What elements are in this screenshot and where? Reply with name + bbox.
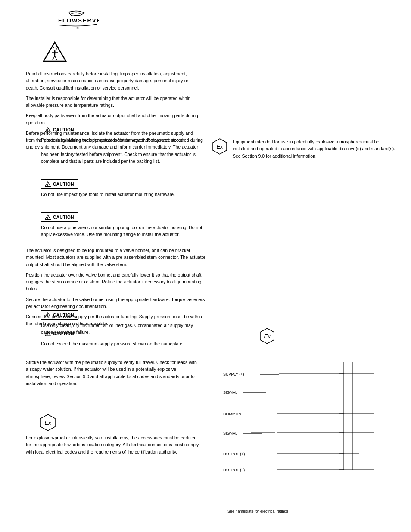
intro-text-1: Read all instructions carefully before i… [26,70,198,91]
caution-badge-3: ! CAUTION [41,212,78,222]
svg-text:!: ! [47,216,49,219]
logo-area: FLOWSERVE ® [56,9,99,30]
svg-text:OUTPUT (+): OUTPUT (+) [223,452,245,456]
install-text-1: The actuator is designed to be top-mount… [26,247,207,268]
caution-badge-2: ! CAUTION [41,179,78,189]
ex-hexagon-svg-bottom-left: Ex [39,414,57,432]
caution-5-block: ! CAUTION Do not exceed the maximum supp… [41,329,205,347]
svg-text:!: ! [47,333,49,336]
caution-label-5: CAUTION [53,331,74,336]
caution-1-text: Prior to installation check the actuator… [41,137,205,165]
svg-text:————: ———— [258,468,273,472]
caution-2-block: ! CAUTION Do not use impact-type tools t… [41,179,205,198]
bottom-section-text: Stroke the actuator with the pneumatic s… [26,359,198,387]
caution-triangle-icon-2: ! [45,181,51,187]
large-warning-icon: ! [43,41,67,63]
svg-text:COMMON: COMMON [223,412,241,416]
svg-text:SIGNAL: SIGNAL [223,431,237,436]
bottom-ex-symbol-left: Ex [39,414,57,432]
caution-triangle-icon-4: ! [45,312,51,318]
svg-text:————: ———— [258,452,273,456]
svg-text:!: ! [47,183,49,186]
caution-label-2: CAUTION [53,182,74,187]
caution-5-text: Do not exceed the maximum supply pressur… [41,340,205,347]
svg-text:!: ! [47,314,49,317]
caution-label-1: CAUTION [53,128,74,132]
svg-text:Ex: Ex [216,143,223,150]
wiring-diagram-svg: + SUPPLY (+) ————— SIGNAL —————— COMMON … [210,353,404,521]
caution-label-3: CAUTION [53,215,74,220]
bottom-ex-text-content: For explosion-proof or intrinsically saf… [26,434,202,455]
intro-text-3: Keep all body parts away from the actuat… [26,112,198,126]
svg-text:—————: ————— [243,431,262,436]
bottom-text-block: Stroke the actuator with the pneumatic s… [26,358,198,387]
svg-text:Ex: Ex [264,333,271,339]
svg-text:Ex: Ex [44,420,51,426]
ex-symbol-right-top: Ex [258,327,276,345]
caution-badge-4: ! CAUTION [41,310,78,320]
wiring-diagram: + SUPPLY (+) ————— SIGNAL —————— COMMON … [210,353,404,521]
caution-badge-5: ! CAUTION [41,329,78,338]
bottom-ex-text-left: For explosion-proof or intrinsically saf… [26,433,202,455]
svg-text:See nameplate for electrical r: See nameplate for electrical ratings [227,509,289,513]
intro-text-2: The installer is responsible for determi… [26,95,198,109]
caution-label-4: CAUTION [53,313,74,317]
page: FLOWSERVE ® ! Read all instructions care… [0,0,411,532]
caution-3-text: Do not use a pipe wrench or similar grip… [41,224,205,238]
caution-badge-1: ! CAUTION [41,125,78,134]
caution-1-block: ! CAUTION Prior to installation check th… [41,125,205,165]
svg-text:SIGNAL: SIGNAL [223,390,237,395]
svg-text:FLOWSERVE: FLOWSERVE [58,17,99,24]
flowserve-logo: FLOWSERVE ® [56,9,99,30]
caution-3-block: ! CAUTION Do not use a pipe wrench or si… [41,212,205,238]
warning-triangle-svg: ! [43,41,67,62]
ex-hexagon-svg-right-top: Ex [258,327,276,345]
flowserve-logo-svg: FLOWSERVE ® [56,9,99,30]
svg-text:SUPPLY (+): SUPPLY (+) [223,372,244,376]
svg-text:!: ! [47,129,49,132]
svg-text:®: ® [76,27,79,30]
svg-text:——————: —————— [243,390,266,395]
svg-text:—————: ————— [260,372,279,376]
ex-symbol-1: Ex [211,138,228,156]
ex-text-content-1: Equipment intended for use in potentiall… [233,138,396,159]
caution-triangle-icon-1: ! [45,127,51,133]
ex-hexagon-svg-1: Ex [211,138,228,155]
caution-2-text: Do not use impact-type tools to install … [41,191,205,198]
svg-text:OUTPUT (–): OUTPUT (–) [223,468,245,472]
ex-text-1: Equipment intended for use in potentiall… [233,137,396,159]
caution-triangle-icon-3: ! [45,214,51,220]
caution-triangle-icon-5: ! [45,330,51,336]
install-text-2: Position the actuator over the valve bon… [26,271,207,292]
install-text-3: Secure the actuator to the valve bonnet … [26,296,207,310]
svg-text:——————: —————— [246,412,269,416]
